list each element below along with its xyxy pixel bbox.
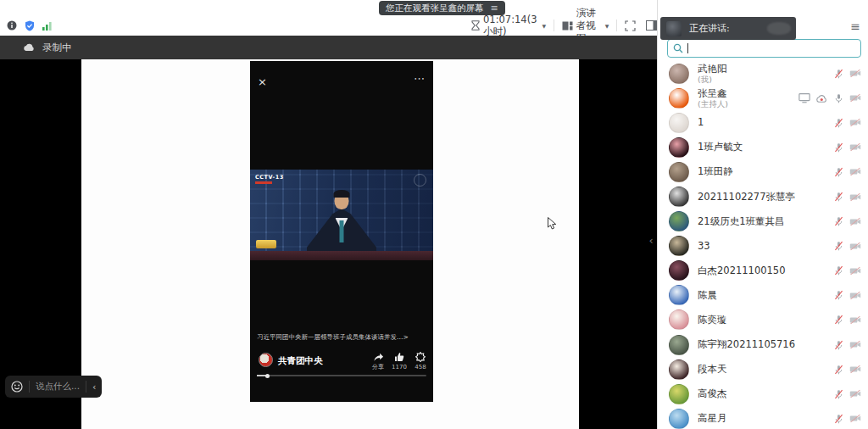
participant-avatar <box>669 162 689 182</box>
participant-controls <box>832 265 861 276</box>
participant-list[interactable]: 武艳阳 (我) 张呈鑫 (主持人) 1 1班卢毓文 1班田静 <box>658 61 868 429</box>
participant-row[interactable]: 高星月 <box>658 406 868 429</box>
like-action[interactable]: 1170 <box>388 351 410 370</box>
favorite-action[interactable]: 458 <box>409 351 431 370</box>
thumbs-up-icon <box>388 351 410 362</box>
cam-off-icon[interactable] <box>849 339 861 351</box>
mic-off-icon[interactable] <box>832 240 844 252</box>
participant-row[interactable]: 张呈鑫 (主持人) <box>658 86 868 110</box>
mic-off-icon[interactable] <box>832 388 844 400</box>
phone-video-player[interactable]: × ⋯ CCTV-13 习近平同团中央新一届领导班子成员集体谈话并发…> 共青团… <box>250 61 433 402</box>
hourglass-icon <box>471 20 480 31</box>
participant-row[interactable]: 1班田静 <box>658 159 868 184</box>
meeting-info-icon[interactable] <box>7 20 17 31</box>
chat-divider <box>86 381 86 393</box>
chat-input-pill[interactable]: 说点什么... ‹ <box>5 376 102 398</box>
like-count: 1170 <box>388 364 410 370</box>
participant-row[interactable]: 白杰20211100150 <box>658 259 868 283</box>
security-shield-icon[interactable] <box>25 20 35 31</box>
participant-info: 张呈鑫 (主持人) <box>698 88 790 109</box>
mic-off-icon[interactable] <box>832 289 844 301</box>
news-video-frame[interactable]: CCTV-13 <box>250 170 433 260</box>
video-close-icon[interactable]: × <box>258 76 267 87</box>
share-action[interactable]: 分享 <box>367 351 389 370</box>
mic-on-icon[interactable] <box>832 92 844 104</box>
participant-name: 武艳阳 <box>698 64 824 75</box>
participant-info: 陈奕璇 <box>698 315 824 326</box>
fullscreen-icon[interactable] <box>625 20 636 31</box>
participant-avatar <box>669 335 689 355</box>
video-more-icon[interactable]: ⋯ <box>414 72 426 85</box>
chat-collapse-icon[interactable]: ‹ <box>92 382 96 393</box>
participant-row[interactable]: 陈晨 <box>658 283 868 308</box>
participant-name: 33 <box>698 241 824 252</box>
sidebar-menu-icon[interactable]: ≡ <box>850 20 860 32</box>
cam-off-icon[interactable] <box>849 68 861 80</box>
side-panel-toggle-icon[interactable] <box>646 20 657 31</box>
emoji-icon[interactable] <box>11 381 23 393</box>
mic-off-icon[interactable] <box>832 215 844 227</box>
account-name[interactable]: 共青团中央 <box>278 355 323 367</box>
participant-name: 高星月 <box>698 413 824 424</box>
cam-off-icon[interactable] <box>849 413 861 425</box>
mic-off-icon[interactable] <box>832 191 844 203</box>
chat-input-placeholder[interactable]: 说点什么... <box>36 381 80 393</box>
participant-row[interactable]: 33 <box>658 234 868 259</box>
cam-off-icon[interactable] <box>849 117 861 129</box>
mic-off-icon[interactable] <box>832 364 844 376</box>
cam-off-icon[interactable] <box>849 92 861 104</box>
mic-off-icon[interactable] <box>832 265 844 276</box>
participant-info: 1 <box>698 117 824 128</box>
participant-controls <box>832 166 861 178</box>
participant-row[interactable]: 21级历史1班董其昌 <box>658 209 868 234</box>
cam-off-icon[interactable] <box>849 191 861 203</box>
cam-off-icon[interactable] <box>849 289 861 301</box>
meeting-timer[interactable]: 01:07:14(3小时) ▼ <box>471 14 546 38</box>
cam-off-icon[interactable] <box>849 388 861 400</box>
mic-off-icon[interactable] <box>832 413 844 425</box>
participant-row[interactable]: 高俊杰 <box>658 382 868 406</box>
mic-off-icon[interactable] <box>832 117 844 129</box>
participant-info: 陈晨 <box>698 290 824 301</box>
cam-off-icon[interactable] <box>849 265 861 276</box>
participant-info: 21级历史1班董其昌 <box>698 216 824 227</box>
participant-search-input[interactable] <box>667 39 861 58</box>
mic-off-icon[interactable] <box>832 314 844 326</box>
participant-row[interactable]: 1班卢毓文 <box>658 135 868 159</box>
participant-name: 21级历史1班董其昌 <box>698 216 824 227</box>
cam-off-icon[interactable] <box>849 166 861 178</box>
tooltip-menu-icon[interactable]: ≡ <box>491 3 498 14</box>
screen-share-icon[interactable] <box>798 92 810 104</box>
mic-off-icon[interactable] <box>832 142 844 153</box>
participant-avatar <box>669 64 689 84</box>
stage-collapse-handle[interactable]: ‹ <box>645 229 657 251</box>
participant-row[interactable]: 段本天 <box>658 357 868 382</box>
cam-off-icon[interactable] <box>849 314 861 326</box>
network-signal-icon[interactable] <box>42 20 54 31</box>
participant-name: 陈宇翔20211105716 <box>698 339 824 350</box>
cloud-record-icon[interactable] <box>815 92 827 104</box>
shared-screen-stage: × ⋯ CCTV-13 习近平同团中央新一届领导班子成员集体谈话并发…> 共青团… <box>0 59 657 429</box>
participant-info: 20211102277张慧亭 <box>698 192 824 203</box>
participant-info: 1班田静 <box>698 166 824 177</box>
cam-off-icon[interactable] <box>849 364 861 376</box>
cam-off-icon[interactable] <box>849 142 861 153</box>
account-avatar[interactable] <box>259 353 273 367</box>
progress-knob[interactable] <box>265 374 270 378</box>
mic-off-icon[interactable] <box>832 166 844 178</box>
mic-off-icon[interactable] <box>832 68 844 80</box>
participant-row[interactable]: 武艳阳 (我) <box>658 61 868 86</box>
video-progress-bar[interactable] <box>257 375 426 376</box>
channel-logo-text: CCTV-13 <box>255 174 284 181</box>
cam-off-icon[interactable] <box>849 240 861 252</box>
participant-row[interactable]: 20211102277张慧亭 <box>658 184 868 209</box>
participant-row[interactable]: 陈奕璇 <box>658 308 868 332</box>
participant-avatar <box>669 409 689 429</box>
cloud-recording-icon <box>23 43 35 52</box>
participant-row[interactable]: 陈宇翔20211105716 <box>658 332 868 357</box>
participant-row[interactable]: 1 <box>658 110 868 135</box>
participant-name: 1班卢毓文 <box>698 142 824 153</box>
mic-off-icon[interactable] <box>832 339 844 351</box>
participant-subtitle: (我) <box>698 75 824 84</box>
cam-off-icon[interactable] <box>849 215 861 227</box>
